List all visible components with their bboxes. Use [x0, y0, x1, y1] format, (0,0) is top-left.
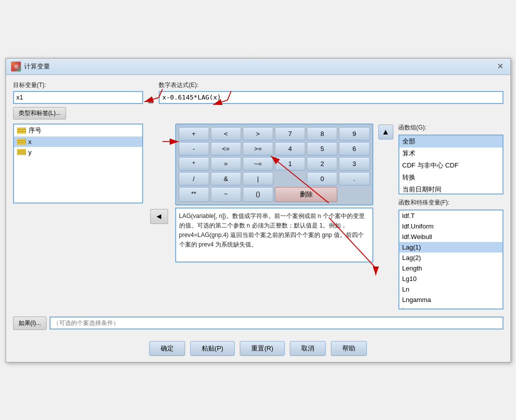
calc-button[interactable]: 9 [339, 127, 369, 140]
calc-button[interactable]: > [243, 127, 273, 140]
description-box: LAG(variable[, n])。数值或字符串。前一个案例或前 n 个个案中… [175, 208, 373, 262]
calc-button[interactable]: * [179, 157, 209, 170]
help-button[interactable]: 帮助 [331, 341, 367, 356]
function-var-item[interactable]: Lag(1) [399, 242, 502, 252]
right-panel: 数字表达式(E): [159, 81, 503, 104]
variable-icon [17, 138, 26, 144]
function-group-item[interactable]: 当前日期时间 [399, 184, 502, 194]
function-var-item[interactable]: Lower [399, 305, 502, 310]
close-button[interactable]: ✕ [495, 62, 505, 72]
calc-button[interactable]: 7 [275, 127, 305, 140]
function-group-item[interactable]: 全部 [399, 136, 502, 148]
function-var-item[interactable]: Lag(2) [399, 252, 502, 263]
window-title: 计算变量 [24, 62, 50, 71]
func-panel: 函数组(G): 全部算术CDF 与非中心 CDF转换当前日期时间日期运算日期创建… [398, 124, 503, 310]
target-var-input[interactable] [13, 91, 143, 104]
window-icon: ⊞ [11, 62, 21, 72]
function-var-item[interactable]: Length [399, 263, 502, 274]
function-vars-list[interactable]: ldf.Tldf.Uniformldf.WeibullLag(1)Lag(2)L… [398, 210, 503, 310]
calc-button[interactable]: <= [211, 142, 241, 156]
calc-button[interactable]: ~ [211, 187, 241, 202]
calc-button[interactable]: 3 [339, 157, 369, 170]
calc-button[interactable]: () [243, 187, 273, 202]
equals-sign: = [148, 96, 154, 108]
function-var-item[interactable]: ldf.Uniform [399, 221, 502, 232]
expression-label: 数字表达式(E): [159, 81, 503, 90]
calc-button[interactable]: & [211, 172, 241, 186]
up-button[interactable]: ▲ [378, 124, 393, 140]
calc-button[interactable]: | [243, 172, 273, 186]
mid-row: 序号xy ◄ +<>789-<=>=456*=~=123/&|0.**~()删除… [13, 124, 503, 310]
calc-button[interactable]: 2 [307, 157, 337, 170]
variable-icon [17, 128, 26, 134]
reset-button[interactable]: 重置(R) [240, 341, 285, 356]
title-bar: ⊞ 计算变量 ✕ [6, 58, 510, 75]
calc-button [275, 172, 305, 186]
function-group-item[interactable]: 转换 [399, 172, 502, 184]
calc-button[interactable]: = [211, 157, 241, 170]
delete-button: 删除 [275, 187, 337, 202]
calc-button[interactable]: 8 [307, 127, 337, 140]
footer: 确定 粘贴(P) 重置(R) 取消 帮助 [6, 336, 510, 362]
calc-button[interactable]: 0 [307, 172, 337, 186]
calc-and-func: +<>789-<=>=456*=~=123/&|0.**~()删除 LAG(va… [175, 124, 503, 310]
function-var-item[interactable]: ldf.T [399, 210, 502, 221]
function-group-list[interactable]: 全部算术CDF 与非中心 CDF转换当前日期时间日期运算日期创建 [398, 134, 503, 194]
calc-button[interactable]: < [211, 127, 241, 140]
function-var-item[interactable]: Ln [399, 284, 502, 294]
arrow-button[interactable]: ◄ [150, 209, 168, 224]
function-group-item[interactable]: CDF 与非中心 CDF [399, 160, 502, 172]
variable-item[interactable]: y [14, 147, 142, 158]
calc-button[interactable]: 5 [307, 142, 337, 156]
variable-list-container: 序号xy [13, 124, 143, 310]
function-var-item[interactable]: Lngamma [399, 294, 502, 305]
left-panel: 目标变量(T): 类型和标签(L)... [13, 81, 143, 120]
calc-button[interactable]: 4 [275, 142, 305, 156]
if-button[interactable]: 如果(I)... [13, 316, 47, 330]
variable-name: y [29, 148, 32, 156]
type-label-button[interactable]: 类型和标签(L)... [13, 107, 67, 120]
calc-button[interactable]: >= [243, 142, 273, 156]
function-group-item[interactable]: 算术 [399, 148, 502, 160]
calc-button[interactable]: . [339, 172, 369, 186]
calc-button[interactable]: 1 [275, 157, 305, 170]
main-window: ⊞ 计算变量 ✕ 目标变量(T): 类型和标签(L)... = 数字表达式(E)… [6, 58, 511, 362]
calc-button[interactable]: + [179, 127, 209, 140]
dialog-content: 目标变量(T): 类型和标签(L)... = 数字表达式(E): 序号xy ◄ [6, 75, 510, 336]
expression-input[interactable] [159, 91, 503, 104]
calc-grid: +<>789-<=>=456*=~=123/&|0.**~()删除 [175, 124, 373, 206]
function-var-item[interactable]: ldf.Weibull [399, 232, 502, 242]
title-bar-left: ⊞ 计算变量 [11, 62, 50, 72]
condition-input[interactable] [50, 316, 503, 330]
paste-button[interactable]: 粘贴(P) [190, 341, 235, 356]
calc-button[interactable]: ~= [243, 157, 273, 170]
function-group-label: 函数组(G): [398, 124, 503, 132]
function-vars-label: 函数和特殊变量(F): [398, 198, 503, 207]
confirm-button[interactable]: 确定 [149, 341, 185, 356]
variable-item[interactable]: x [14, 136, 142, 147]
bottom-bar: 如果(I)... [13, 314, 503, 330]
top-row: 目标变量(T): 类型和标签(L)... = 数字表达式(E): [13, 81, 503, 120]
variable-name: x [29, 138, 32, 146]
calc-button[interactable]: / [179, 172, 209, 186]
target-var-label: 目标变量(T): [13, 81, 143, 90]
variable-list[interactable]: 序号xy [13, 124, 143, 204]
calc-button[interactable]: 6 [339, 142, 369, 156]
variable-item[interactable]: 序号 [14, 124, 142, 136]
calculator: +<>789-<=>=456*=~=123/&|0.**~()删除 LAG(va… [175, 124, 373, 310]
calc-button[interactable]: - [179, 142, 209, 156]
variable-name: 序号 [29, 126, 42, 135]
calc-button[interactable]: ** [179, 187, 209, 202]
variable-icon [17, 149, 26, 155]
cancel-button[interactable]: 取消 [290, 341, 326, 356]
function-var-item[interactable]: Lg10 [399, 274, 502, 284]
